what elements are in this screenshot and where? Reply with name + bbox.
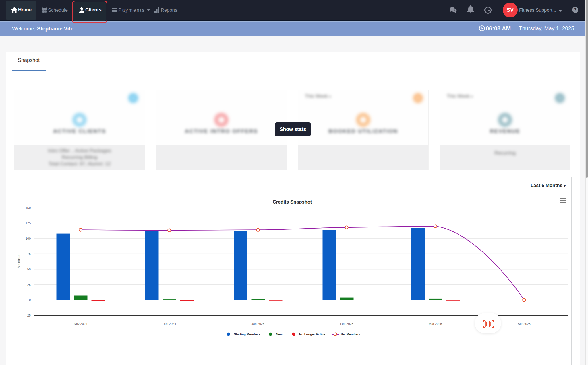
svg-text:Credits Snapshot: Credits Snapshot (273, 199, 312, 204)
svg-text:Members: Members (17, 255, 20, 268)
svg-text:150: 150 (26, 206, 31, 210)
svg-text:125: 125 (26, 221, 31, 225)
svg-text:Nov 2024: Nov 2024 (74, 322, 87, 325)
svg-text:Net Members: Net Members (341, 333, 360, 336)
svg-text:50: 50 (27, 268, 31, 271)
svg-text:Feb 2025: Feb 2025 (340, 322, 353, 325)
svg-text:100: 100 (26, 237, 31, 240)
svg-text:0: 0 (29, 298, 31, 302)
svg-text:Dec 2024: Dec 2024 (163, 322, 176, 325)
svg-text:Jan 2025: Jan 2025 (252, 322, 264, 325)
svg-text:25: 25 (27, 283, 31, 286)
svg-text:Apr 2025: Apr 2025 (518, 322, 531, 325)
svg-text:-25: -25 (26, 314, 31, 317)
svg-text:No Longer Active: No Longer Active (299, 333, 325, 336)
svg-text:Mar 2025: Mar 2025 (429, 322, 442, 325)
svg-text:New: New (276, 333, 283, 336)
svg-text:Starting Members: Starting Members (234, 333, 261, 336)
svg-text:75: 75 (27, 252, 31, 255)
